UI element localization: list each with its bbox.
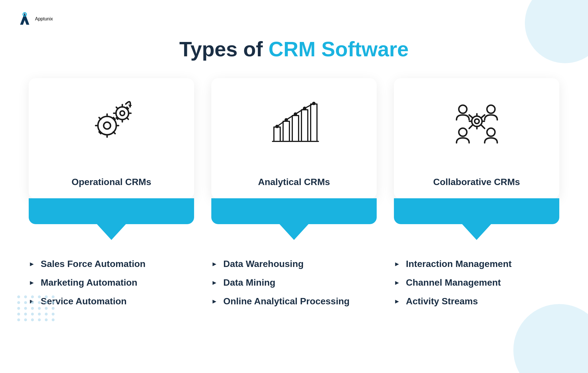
svg-rect-23 <box>283 121 289 141</box>
svg-point-27 <box>275 125 279 128</box>
svg-rect-26 <box>311 104 317 141</box>
svg-point-38 <box>475 119 479 124</box>
feature-label-channel-management: Channel Management <box>406 277 501 288</box>
title-prefix: Types of <box>179 38 269 61</box>
feature-channel-management: ► Channel Management <box>394 277 559 288</box>
feature-data-mining: ► Data Mining <box>211 277 377 288</box>
deco-circle-bottom-right <box>513 304 588 373</box>
svg-marker-21 <box>128 105 132 107</box>
cards-section: Operational CRMs <box>0 78 588 224</box>
arrow-icon-6: ► <box>211 298 218 305</box>
feature-label-data-warehousing: Data Warehousing <box>223 259 304 269</box>
collaborative-bubble <box>394 198 559 224</box>
svg-point-30 <box>303 107 306 110</box>
feature-sales-force: ► Sales Force Automation <box>29 259 194 269</box>
title-highlight: CRM Software <box>268 38 409 61</box>
svg-line-45 <box>469 125 473 128</box>
feature-olap: ► Online Analytical Processing <box>211 296 377 307</box>
svg-point-34 <box>487 105 495 113</box>
svg-point-31 <box>312 102 316 105</box>
analytical-crm-wrapper: Analytical CRMs <box>211 78 377 224</box>
analytical-crm-label: Analytical CRMs <box>258 177 330 187</box>
operational-bubble <box>29 198 194 224</box>
svg-line-44 <box>481 115 485 118</box>
deco-dots <box>17 295 56 321</box>
feature-data-warehousing: ► Data Warehousing <box>211 259 377 269</box>
logo-text: Apptunix <box>35 16 53 22</box>
collaborative-crm-label: Collaborative CRMs <box>433 177 520 187</box>
svg-line-19 <box>127 107 128 109</box>
arrow-icon-5: ► <box>211 279 218 287</box>
feature-label-olap: Online Analytical Processing <box>223 296 350 307</box>
logo-icon <box>17 11 32 26</box>
feature-label-sales-force: Sales Force Automation <box>41 259 146 269</box>
feature-label-marketing-automation: Marketing Automation <box>41 277 138 288</box>
features-section: ► Sales Force Automation ► Marketing Aut… <box>0 259 588 307</box>
svg-point-28 <box>285 118 288 122</box>
svg-line-20 <box>116 118 118 119</box>
svg-line-8 <box>113 132 115 134</box>
svg-point-29 <box>294 112 297 116</box>
arrow-icon-9: ► <box>394 298 400 305</box>
svg-point-36 <box>487 128 495 136</box>
arrow-icon-4: ► <box>211 260 218 268</box>
svg-line-43 <box>469 115 473 118</box>
feature-label-interaction-management: Interaction Management <box>406 259 512 269</box>
operational-crm-card: Operational CRMs <box>29 78 194 199</box>
analytical-bubble <box>211 198 377 224</box>
feature-label-data-mining: Data Mining <box>223 277 275 288</box>
feature-activity-streams: ► Activity Streams <box>394 296 559 307</box>
logo: Apptunix <box>17 11 53 26</box>
feature-label-activity-streams: Activity Streams <box>406 296 478 307</box>
svg-rect-25 <box>301 110 308 141</box>
collaborative-crm-wrapper: Collaborative CRMs <box>394 78 559 224</box>
svg-point-2 <box>104 122 111 129</box>
analytical-crm-card: Analytical CRMs <box>211 78 377 199</box>
svg-line-18 <box>127 118 128 119</box>
arrow-icon-8: ► <box>394 279 400 287</box>
arrow-icon-2: ► <box>29 279 35 287</box>
svg-line-7 <box>99 118 101 119</box>
svg-rect-22 <box>274 127 280 141</box>
svg-line-17 <box>116 107 118 109</box>
analytical-features: ► Data Warehousing ► Data Mining ► Onlin… <box>211 259 377 307</box>
svg-point-33 <box>459 105 467 113</box>
collaborative-crm-card: Collaborative CRMs <box>394 78 559 199</box>
operational-crm-wrapper: Operational CRMs <box>29 78 194 224</box>
svg-rect-24 <box>292 116 299 141</box>
arrow-icon-1: ► <box>29 260 35 268</box>
arrow-icon-7: ► <box>394 260 400 268</box>
operational-crm-label: Operational CRMs <box>71 177 151 187</box>
page-title: Types of CRM Software <box>0 37 588 61</box>
svg-point-35 <box>459 128 467 136</box>
network-icon <box>448 93 505 150</box>
svg-point-12 <box>120 111 125 116</box>
svg-line-46 <box>481 125 485 128</box>
chart-icon <box>265 93 323 150</box>
feature-marketing-automation: ► Marketing Automation <box>29 277 194 288</box>
gears-icon <box>83 93 140 150</box>
collaborative-features: ► Interaction Management ► Channel Manag… <box>394 259 559 307</box>
feature-interaction-management: ► Interaction Management <box>394 259 559 269</box>
